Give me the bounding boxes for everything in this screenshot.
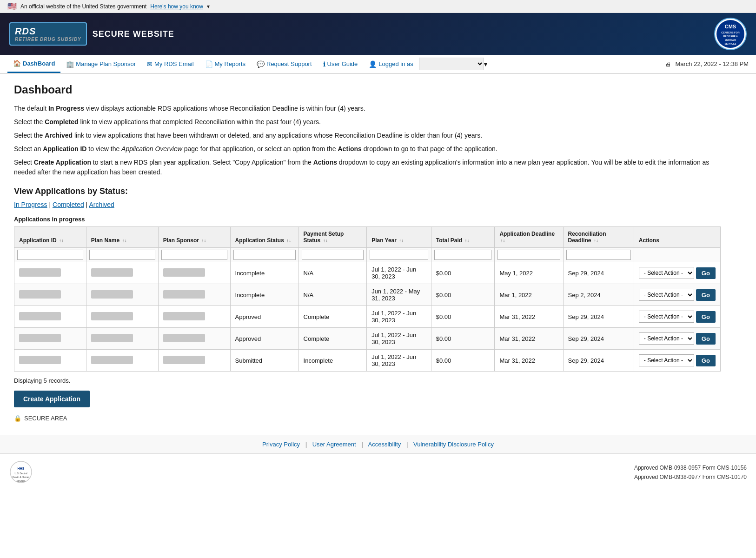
col-header-plan-year[interactable]: Plan Year ↑↓ [367, 227, 431, 248]
action-select-3[interactable]: - Select Action - [639, 332, 694, 345]
nav-item-logged-in[interactable]: 👤 Logged in as [363, 56, 418, 73]
filter-app-id[interactable] [17, 250, 83, 260]
logged-in-select[interactable] [419, 58, 484, 70]
cell-app-id [14, 262, 86, 284]
action-area: - Select Action -Go [639, 332, 716, 345]
filter-cell-plan-name [86, 248, 158, 262]
filter-plan-sponsor[interactable] [161, 250, 227, 260]
action-area: - Select Action -Go [639, 311, 716, 323]
action-select-4[interactable]: - Select Action - [639, 354, 694, 366]
cell-recon-deadline: Sep 2, 2024 [563, 284, 634, 306]
nav-item-user-guide[interactable]: ℹ User Guide [318, 56, 364, 73]
svg-text:Services: Services [16, 479, 26, 482]
col-header-recon-deadline[interactable]: Reconciliation Deadline ↑↓ [563, 227, 634, 248]
filter-app-deadline[interactable] [497, 250, 560, 260]
nav-item-request-support[interactable]: 💬 Request Support [251, 56, 318, 73]
footer-privacy-policy[interactable]: Privacy Policy [262, 441, 300, 448]
status-link-completed[interactable]: Completed [53, 201, 84, 208]
cell-app-status: Incomplete [230, 284, 298, 306]
filter-cell-app-id [14, 248, 86, 262]
nav-item-manage-plan-sponsor[interactable]: 🏢 Manage Plan Sponsor [60, 56, 141, 73]
filter-plan-year[interactable] [370, 250, 428, 260]
col-header-app-status[interactable]: Application Status ↑↓ [230, 227, 298, 248]
nav-item-rds-email[interactable]: ✉ My RDS Email [141, 56, 199, 73]
cell-plan-year: Jul 1, 2022 - Jun 30, 2023 [367, 350, 431, 372]
logo-area: RDS RETIREE DRUG SUBSIDY SECURE WEBSITE [9, 22, 174, 46]
nav-item-dashboard[interactable]: 🏠 DashBoard [7, 55, 60, 73]
site-title: SECURE WEBSITE [93, 29, 174, 39]
footer-sep-1: | [305, 441, 307, 448]
svg-text:U.S. Dept of: U.S. Dept of [14, 472, 27, 475]
cell-total-paid: $0.00 [431, 306, 495, 328]
lock-icon: 🔒 [14, 415, 21, 422]
action-select-0[interactable]: - Select Action - [639, 267, 694, 279]
filter-total-paid[interactable] [434, 250, 492, 260]
col-header-plan-sponsor[interactable]: Plan Sponsor ↑↓ [158, 227, 230, 248]
sort-app-id: ↑↓ [59, 238, 64, 243]
desc-1: The default In Progress view displays ac… [14, 104, 721, 113]
table-header-row: Application ID ↑↓ Plan Name ↑↓ Plan Spon… [14, 227, 721, 248]
go-button-1[interactable]: Go [696, 289, 716, 301]
cell-actions: - Select Action -Go [634, 306, 720, 328]
section-title: View Applications by Status: [14, 186, 721, 196]
records-count: Displaying 5 records. [14, 377, 721, 384]
col-header-total-paid[interactable]: Total Paid ↑↓ [431, 227, 495, 248]
table-body: IncompleteN/AJul 1, 2022 - Jun 30, 2023$… [14, 262, 721, 372]
footer-user-agreement[interactable]: User Agreement [312, 441, 356, 448]
action-area: - Select Action -Go [639, 354, 716, 366]
cell-app-deadline: May 1, 2022 [495, 262, 563, 284]
col-header-app-id[interactable]: Application ID ↑↓ [14, 227, 86, 248]
omb-text-2: Approved OMB-0938-0977 Form CMS-10170 [634, 473, 747, 482]
cell-payment-status: N/A [298, 262, 367, 284]
status-link-in-progress[interactable]: In Progress [14, 201, 47, 208]
nav-label-logged-in: Logged in as [378, 60, 413, 67]
filter-cell-payment-status [298, 248, 367, 262]
footer-accessibility[interactable]: Accessibility [368, 441, 401, 448]
col-header-app-deadline[interactable]: Application Deadline ↑↓ [495, 227, 563, 248]
svg-text:HHS: HHS [18, 467, 25, 470]
create-application-button[interactable]: Create Application [14, 391, 90, 407]
col-header-payment-status[interactable]: Payment Setup Status ↑↓ [298, 227, 367, 248]
cell-payment-status: Complete [298, 306, 367, 328]
col-header-plan-name[interactable]: Plan Name ↑↓ [86, 227, 158, 248]
cell-recon-deadline: Sep 29, 2024 [563, 306, 634, 328]
cell-total-paid: $0.00 [431, 350, 495, 372]
gov-banner: 🇺🇸 An official website of the United Sta… [0, 0, 756, 13]
footer-vulnerability-disclosure[interactable]: Vulnerability Disclosure Policy [413, 441, 494, 448]
info-icon: ℹ [323, 60, 325, 68]
footer-sep-3: | [406, 441, 408, 448]
table-row: ApprovedCompleteJul 1, 2022 - Jun 30, 20… [14, 328, 721, 350]
go-button-4[interactable]: Go [696, 355, 716, 366]
go-button-3[interactable]: Go [696, 333, 716, 345]
filter-app-status[interactable] [233, 250, 296, 260]
cell-plan-name [86, 328, 158, 350]
filter-payment-status[interactable] [302, 250, 364, 260]
cell-payment-status: N/A [298, 284, 367, 306]
nav-label-request-support: Request Support [266, 60, 312, 67]
go-button-2[interactable]: Go [696, 311, 716, 323]
cell-actions: - Select Action -Go [634, 350, 720, 372]
status-link-archived[interactable]: Archived [89, 201, 114, 208]
filter-plan-name[interactable] [89, 250, 155, 260]
cell-plan-year: Jul 1, 2022 - Jun 30, 2023 [367, 306, 431, 328]
heres-how-link[interactable]: Here's how you know [150, 3, 203, 10]
go-button-0[interactable]: Go [696, 267, 716, 279]
cell-recon-deadline: Sep 29, 2024 [563, 262, 634, 284]
cell-plan-name [86, 284, 158, 306]
print-icon[interactable]: 🖨 [665, 60, 671, 67]
nav-label-rds-email: My RDS Email [154, 60, 194, 67]
flag-icon: 🇺🇸 [7, 2, 17, 11]
cell-app-id [14, 284, 86, 306]
building-icon: 🏢 [66, 60, 74, 68]
action-select-2[interactable]: - Select Action - [639, 311, 694, 323]
cell-plan-sponsor [158, 284, 230, 306]
desc-2: Select the Completed link to view applic… [14, 117, 721, 127]
nav-item-my-reports[interactable]: 📄 My Reports [199, 56, 251, 73]
date-time: March 22, 2022 - 12:38 PM [675, 60, 749, 67]
cell-app-deadline: Mar 31, 2022 [495, 350, 563, 372]
filter-recon-deadline[interactable] [566, 250, 631, 260]
action-select-1[interactable]: - Select Action - [639, 289, 694, 301]
main-content: Dashboard The default In Progress view d… [0, 74, 735, 435]
footer-links: Privacy Policy | User Agreement | Access… [0, 435, 756, 453]
cell-app-status: Approved [230, 328, 298, 350]
